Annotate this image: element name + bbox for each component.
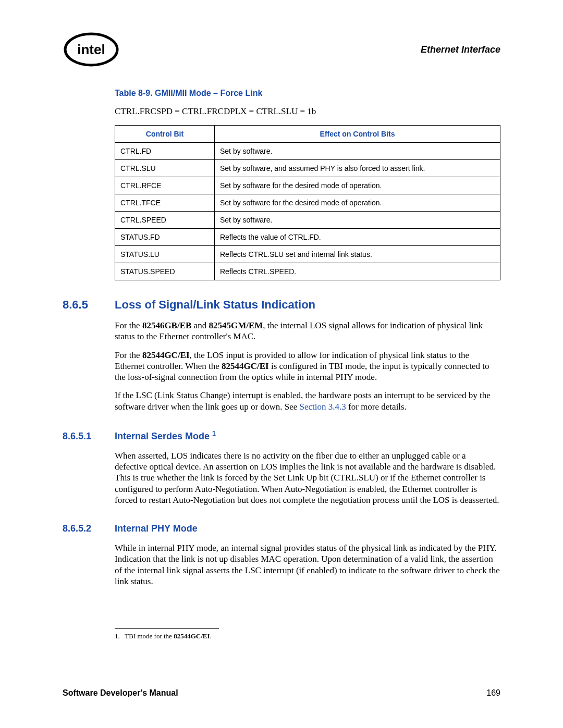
table-row: CTRL.RFCESet by software for the desired… [115,177,500,194]
intel-logo: intel [63,31,120,68]
cell-effect: Reflects CTRL.SLU set and internal link … [215,246,500,263]
footnote-separator [115,628,219,629]
section-heading-8652: 8.6.5.2 Internal PHY Mode [63,523,500,534]
cell-effect: Set by software for the desired mode of … [215,194,500,212]
table-condition-line: CTRL.FRCSPD = CTRL.FRCDPLX = CTRL.SLU = … [115,106,500,117]
paragraph: For the 82544GC/EI, the LOS input is pro… [115,350,500,383]
footer-manual-title: Software Developer's Manual [63,688,178,698]
table-row: CTRL.SPEEDSet by software. [115,212,500,229]
cross-reference-link[interactable]: Section 3.4.3 [300,402,346,412]
section-heading-8651: 8.6.5.1 Internal Serdes Mode 1 [63,430,500,442]
footnote: 1. TBI mode for the 82544GC/EI. [115,632,500,640]
control-bits-table: Control Bit Effect on Control Bits CTRL.… [115,125,500,280]
cell-effect: Set by software. [215,143,500,160]
section-title: Loss of Signal/Link Status Indication [115,298,315,312]
cell-bit: STATUS.FD [115,229,215,246]
table-row: STATUS.FDReflects the value of CTRL.FD. [115,229,500,246]
cell-effect: Reflects the value of CTRL.FD. [215,229,500,246]
cell-effect: Reflects CTRL.SPEED. [215,263,500,280]
cell-bit: CTRL.RFCE [115,177,215,194]
section-number: 8.6.5.1 [63,431,115,442]
page-footer: Software Developer's Manual 169 [63,688,500,698]
section-title: Internal Serdes Mode 1 [115,430,216,442]
table-row: CTRL.SLUSet by software, and assumed PHY… [115,160,500,177]
section-number: 8.6.5.2 [63,523,115,534]
section-title: Internal PHY Mode [115,523,198,534]
cell-effect: Set by software. [215,212,500,229]
cell-bit: CTRL.TFCE [115,194,215,212]
cell-effect: Set by software, and assumed PHY is also… [215,160,500,177]
cell-bit: CTRL.SPEED [115,212,215,229]
cell-bit: CTRL.FD [115,143,215,160]
section-number: 8.6.5 [63,298,115,312]
svg-text:intel: intel [77,42,105,57]
cell-bit: CTRL.SLU [115,160,215,177]
paragraph: While in internal PHY mode, an internal … [115,542,500,587]
paragraph: For the 82546GB/EB and 82545GM/EM, the i… [115,320,500,342]
cell-bit: STATUS.SPEED [115,263,215,280]
table-caption: Table 8-9. GMII/MII Mode – Force Link [115,89,500,98]
table-row: CTRL.FDSet by software. [115,143,500,160]
page-number: 169 [486,688,500,698]
page-header: intel Ethernet Interface [63,31,500,68]
table-row: STATUS.LUReflects CTRL.SLU set and inter… [115,246,500,263]
cell-effect: Set by software for the desired mode of … [215,177,500,194]
table-header-control-bit: Control Bit [115,126,215,143]
cell-bit: STATUS.LU [115,246,215,263]
table-row: STATUS.SPEEDReflects CTRL.SPEED. [115,263,500,280]
paragraph: If the LSC (Link Status Change) interrup… [115,390,500,412]
header-section-title: Ethernet Interface [421,44,500,55]
footnote-marker: 1 [212,430,216,437]
table-header-effect: Effect on Control Bits [215,126,500,143]
paragraph: When asserted, LOS indicates there is no… [115,450,500,505]
section-heading-865: 8.6.5 Loss of Signal/Link Status Indicat… [63,298,500,312]
table-row: CTRL.TFCESet by software for the desired… [115,194,500,212]
